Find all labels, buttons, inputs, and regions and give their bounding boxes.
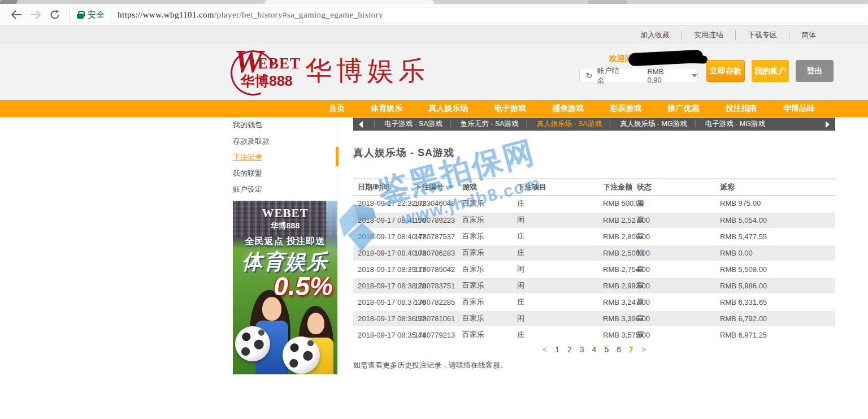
site-title: 华博娱乐 xyxy=(305,53,429,89)
logo-sub: 华博888 xyxy=(241,72,293,90)
cell-payout: RMB 6,971.25 xyxy=(715,327,835,343)
nav-item[interactable]: 华博品味 xyxy=(783,103,815,114)
utility-link[interactable]: 加入收藏 xyxy=(628,30,682,40)
cell-game: 百家乐 xyxy=(458,310,513,327)
nav-item[interactable]: 首页 xyxy=(329,103,345,114)
table-header-row: 日期/时间下注编号游戏下注项目下注金额状态派彩 xyxy=(353,179,835,196)
cell-bet-amount: RMB 2,754.00 xyxy=(598,261,632,278)
url-bar[interactable]: 安全 https://www.wbg1101.com/player/bet_hi… xyxy=(69,7,866,23)
cell-game: 百家乐 xyxy=(458,212,513,228)
game-tab[interactable]: 鱼乐无穷 - SA游戏 xyxy=(452,119,528,129)
tab-edge xyxy=(0,0,18,4)
game-tab[interactable]: 电子游戏 - MG游戏 xyxy=(696,119,774,129)
page-title: 真人娱乐场 - SA游戏 xyxy=(353,146,454,159)
page-number-button[interactable]: 1 xyxy=(551,345,563,354)
table-row: 2018-09-17 08:38:28 1780783751 百家乐 闲 RMB… xyxy=(353,278,835,294)
utility-link-bar: 加入收藏实用连结下载专区简体 xyxy=(0,25,868,44)
my-account-button[interactable]: 我的账户 xyxy=(752,60,789,82)
url-domain: https://www.wbg1101.com xyxy=(118,10,214,20)
refresh-button[interactable] xyxy=(45,6,64,23)
column-header: 游戏 xyxy=(458,179,513,196)
balance-value: RMB 0.90 xyxy=(647,67,679,84)
cell-datetime: 2018-09-17 08:41:50 xyxy=(353,212,410,228)
cell-game: 百家乐 xyxy=(458,327,513,343)
page-number-button[interactable]: 7 xyxy=(625,345,637,354)
game-tab[interactable]: 真人娱乐场 - SA游戏 xyxy=(528,119,611,129)
tab-scroll-left-icon[interactable] xyxy=(359,121,363,128)
cell-bet-item: 庄 xyxy=(513,228,598,245)
cell-bet-id: 1780786283 xyxy=(410,245,458,261)
deposit-button[interactable]: 立即存款 xyxy=(706,60,745,82)
promo-banner[interactable]: WEBET 华博888 全民返点 投注即送 体育娱乐 0.5% xyxy=(233,201,337,374)
cell-bet-amount: RMB 3,247.00 xyxy=(598,294,632,310)
nav-item[interactable]: 投注指南 xyxy=(726,103,757,114)
utility-link[interactable]: 实用连结 xyxy=(682,30,736,40)
cell-bet-item: 闲 xyxy=(513,261,598,278)
cell-datetime: 2018-09-17 08:35:44 xyxy=(353,327,410,343)
active-item-indicator xyxy=(336,147,338,166)
url-path: /player/bet_history#sa_gaming_egame_hist… xyxy=(214,10,383,20)
cell-datetime: 2018-09-17 08:36:52 xyxy=(353,310,410,327)
nav-item[interactable]: 真人娱乐场 xyxy=(429,103,468,114)
sidebar-item[interactable]: 存款及取款 xyxy=(233,133,337,150)
cell-payout: RMB 975.00 xyxy=(715,196,835,212)
cell-payout: RMB 6,331.65 xyxy=(715,294,835,310)
table-row: 2018-09-17 08:35:44 1780779213 百家乐 庄 RMB… xyxy=(353,327,835,343)
nav-item[interactable]: 电子游戏 xyxy=(494,103,526,114)
cell-payout: RMB 5,054.00 xyxy=(715,212,835,228)
back-button[interactable] xyxy=(7,6,26,23)
cell-payout: RMB 5,986.00 xyxy=(715,278,835,294)
balance-box[interactable]: ↻ 账户结余 RMB 0.90 xyxy=(579,68,698,83)
game-tab[interactable]: 电子游戏 - SA游戏 xyxy=(375,119,452,129)
nav-item[interactable]: 捕鱼游戏 xyxy=(552,103,584,114)
cell-bet-id: 1780783751 xyxy=(410,278,458,294)
page-number-button[interactable]: 3 xyxy=(576,345,588,354)
cell-bet-id: 1780779213 xyxy=(410,327,458,343)
game-tab-bar: 电子游戏 - SA游戏鱼乐无穷 - SA游戏真人娱乐场 - SA游戏真人娱乐场 … xyxy=(353,118,835,131)
table-row: 2018-09-17 08:40:03 1780786283 百家乐 庄 RMB… xyxy=(353,245,835,261)
site-logo-icon[interactable]: W EBET 华博888 xyxy=(231,47,315,97)
forward-button[interactable] xyxy=(26,6,45,23)
sidebar-item[interactable]: 账户设定 xyxy=(233,182,337,198)
logout-button[interactable]: 登出 xyxy=(796,60,834,82)
banner-logo-sub: 华博888 xyxy=(233,221,337,231)
browser-toolbar: 安全 https://www.wbg1101.com/player/bet_hi… xyxy=(0,4,868,25)
cell-bet-id: 1780782285 xyxy=(410,294,458,310)
nav-item[interactable]: 彩票游戏 xyxy=(610,103,641,114)
sidebar-item[interactable]: 我的钱包 xyxy=(233,117,337,133)
table-row: 2018-09-17 08:40:47 1780787537 百家乐 庄 RMB… xyxy=(353,228,835,245)
cell-bet-item: 庄 xyxy=(513,196,598,212)
cell-bet-amount: RMB 2,993.00 xyxy=(598,278,632,294)
banner-logo-brand: WEBET xyxy=(233,206,337,221)
prev-page-button[interactable]: < xyxy=(539,345,551,354)
column-header: 下注项目 xyxy=(513,179,598,196)
sidebar-menu: 我的钱包存款及取款下注记录我的联盟账户设定 xyxy=(233,117,337,200)
balance-label: 账户结余 xyxy=(597,66,626,86)
cell-datetime: 2018-09-17 22:32:02 xyxy=(353,196,410,212)
game-tab[interactable]: 真人娱乐场 - MG游戏 xyxy=(611,119,696,129)
page-number-button[interactable]: 2 xyxy=(563,345,576,354)
cell-payout: RMB 5,508.00 xyxy=(715,261,835,278)
utility-link[interactable]: 下载专区 xyxy=(736,30,789,40)
cell-bet-amount: RMB 500.00 xyxy=(598,196,632,212)
page-number-button[interactable]: 5 xyxy=(600,345,613,354)
tab-scroll-right-icon[interactable] xyxy=(826,121,830,128)
page-number-button[interactable]: 4 xyxy=(588,345,601,354)
nav-item[interactable]: 体育娱乐 xyxy=(371,103,402,114)
sort-descending-icon[interactable] xyxy=(449,185,454,189)
cell-bet-amount: RMB 3,575.00 xyxy=(598,327,632,343)
next-page-button[interactable]: > xyxy=(637,345,650,354)
cell-game: 百家乐 xyxy=(458,228,513,245)
chevron-down-icon[interactable] xyxy=(692,74,697,77)
refresh-balance-icon[interactable]: ↻ xyxy=(585,71,593,80)
table-row: 2018-09-17 08:36:52 1780781061 百家乐 闲 RMB… xyxy=(353,310,835,327)
utility-link[interactable]: 简体 xyxy=(789,30,828,40)
sidebar-item[interactable]: 我的联盟 xyxy=(233,166,337,182)
sidebar-item[interactable]: 下注记录 xyxy=(233,149,337,166)
nav-item[interactable]: 推广优惠 xyxy=(668,103,700,114)
bet-history-table: 日期/时间下注编号游戏下注项目下注金额状态派彩 2018-09-17 22:32… xyxy=(353,179,835,344)
utility-links: 加入收藏实用连结下载专区简体 xyxy=(628,25,828,44)
redacted-username xyxy=(628,50,703,67)
column-header: 派彩 xyxy=(715,179,835,196)
page-number-button[interactable]: 6 xyxy=(613,345,625,354)
